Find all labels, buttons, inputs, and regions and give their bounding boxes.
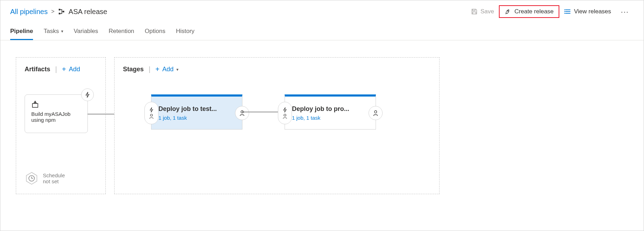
view-releases-button[interactable]: View releases [559, 5, 616, 18]
artifacts-title: Artifacts [25, 66, 50, 73]
create-release-label: Create release [514, 8, 554, 15]
person-icon [282, 113, 288, 119]
tab-variables[interactable]: Variables [74, 28, 98, 40]
svg-rect-1 [59, 13, 60, 14]
stage-preconditions-button[interactable] [278, 102, 292, 124]
lightning-icon [149, 107, 154, 113]
more-menu-button[interactable]: ··· [616, 8, 634, 16]
package-icon [31, 100, 81, 108]
tabs: Pipeline Tasks▾ Variables Retention Opti… [0, 18, 644, 40]
add-stage-button[interactable]: + Add ▾ [155, 65, 178, 73]
pipeline-icon [58, 8, 65, 15]
create-release-button[interactable]: Create release [499, 5, 559, 18]
svg-point-15 [375, 111, 377, 113]
plus-icon: + [62, 65, 66, 73]
svg-point-7 [564, 11, 565, 12]
rocket-icon [505, 8, 512, 15]
stage-postconditions-button[interactable] [369, 106, 383, 120]
svg-rect-9 [32, 104, 38, 107]
chevron-down-icon: ▾ [61, 29, 63, 34]
breadcrumb-root-link[interactable]: All pipelines [10, 8, 48, 16]
stage-card-test[interactable]: Deploy job to test... 1 job, 1 task [151, 94, 242, 130]
stages-title: Stages [123, 66, 144, 73]
chevron-down-icon: ▾ [176, 67, 178, 72]
page-title: ASA release [69, 8, 107, 16]
schedule-line2: not set [43, 178, 65, 184]
stage-title: Deploy job to pro... [292, 105, 369, 113]
breadcrumb: All pipelines > ASA release [10, 8, 107, 16]
stage-postconditions-button[interactable] [235, 106, 249, 120]
schedule-indicator[interactable]: Schedule not set [25, 171, 65, 185]
stage-tasks-link[interactable]: 1 job, 1 task [158, 115, 235, 121]
pipeline-canvas: Artifacts | + Add Build myASAJob using n… [0, 40, 644, 211]
stage-preconditions-button[interactable] [144, 102, 158, 124]
artifacts-panel: Artifacts | + Add Build myASAJob using n… [16, 57, 106, 194]
list-icon [564, 8, 571, 15]
svg-rect-0 [59, 9, 60, 11]
chevron-right-icon: > [51, 8, 54, 15]
tab-history[interactable]: History [176, 28, 195, 40]
view-releases-label: View releases [574, 8, 611, 15]
stage-tasks-link[interactable]: 1 job, 1 task [292, 115, 369, 121]
person-icon [239, 110, 245, 116]
svg-point-6 [564, 9, 565, 11]
tab-pipeline[interactable]: Pipeline [10, 28, 33, 40]
svg-point-8 [564, 13, 565, 14]
stage-title: Deploy job to test... [158, 105, 235, 113]
tab-options[interactable]: Options [145, 28, 165, 40]
svg-point-12 [150, 114, 152, 116]
toolbar: Save Create release View releases ··· [466, 5, 634, 18]
tab-retention[interactable]: Retention [109, 28, 134, 40]
artifact-name: Build myASAJob using npm [31, 111, 81, 123]
stage-card-prod[interactable]: Deploy job to pro... 1 job, 1 task [285, 94, 376, 130]
plus-icon: + [155, 65, 160, 73]
artifact-trigger-button[interactable] [81, 88, 94, 101]
save-label: Save [481, 8, 494, 15]
lightning-icon [84, 92, 91, 98]
tab-tasks[interactable]: Tasks▾ [44, 28, 63, 40]
schedule-line1: Schedule [43, 172, 65, 178]
lightning-icon [282, 107, 288, 113]
svg-point-14 [284, 114, 286, 116]
save-button: Save [466, 5, 499, 18]
person-icon [372, 110, 379, 116]
svg-rect-2 [63, 11, 64, 13]
add-artifact-button[interactable]: + Add [62, 65, 80, 73]
stages-panel: Stages | + Add ▾ Deploy job to test... 1… [114, 57, 440, 194]
artifact-card[interactable]: Build myASAJob using npm [25, 94, 88, 133]
save-icon [471, 8, 478, 15]
clock-hexagon-icon [25, 171, 39, 185]
person-icon [149, 113, 154, 119]
